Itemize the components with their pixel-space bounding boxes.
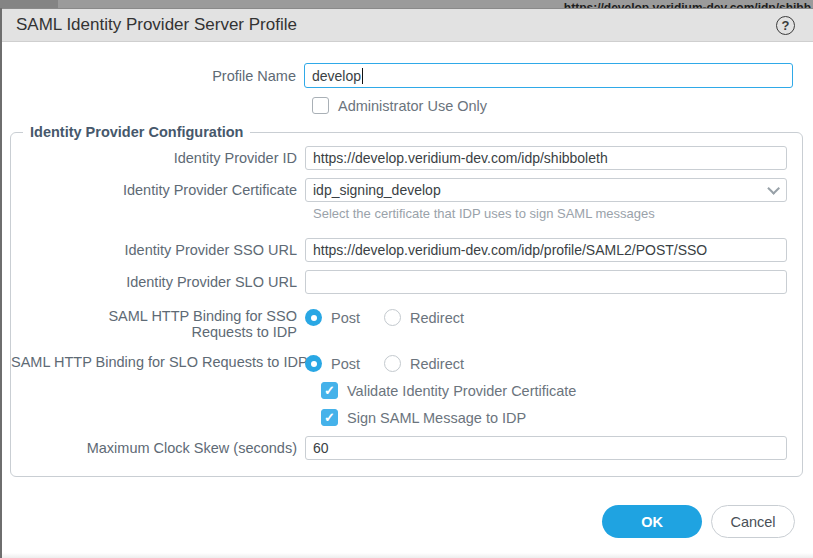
slo-binding-post-label: Post [331,356,360,372]
admin-only-label: Administrator Use Only [338,98,487,114]
idp-cert-hint-row: Select the certificate that IDP uses to … [11,206,802,221]
idp-id-label: Identity Provider ID [11,150,305,166]
sso-binding-label: SAML HTTP Binding for SSO Requests to ID… [11,308,305,340]
slo-binding-redirect-radio[interactable] [384,355,401,372]
idp-id-input[interactable] [305,146,787,170]
background-partial-url: https://develop.veridium-dev.com/idp/shi… [564,1,811,8]
idp-cert-selected-value: idp_signing_develop [313,182,767,198]
profile-name-label: Profile Name [2,68,304,84]
slo-binding-post-radio[interactable] [305,355,322,372]
sign-saml-checkbox[interactable]: ✓ [321,409,338,426]
background-page-strip: https://develop.veridium-dev.com/idp/shi… [0,0,813,8]
validate-cert-row: ✓ Validate Identity Provider Certificate [11,382,802,399]
clock-skew-label: Maximum Clock Skew (seconds) [11,440,305,456]
sso-url-input[interactable] [305,238,787,262]
idp-configuration-fieldset: Identity Provider Configuration Identity… [10,124,803,477]
text-caret [362,68,363,84]
admin-only-checkbox[interactable] [312,97,329,114]
sso-binding-post-label: Post [331,310,360,326]
slo-binding-row: SAML HTTP Binding for SLO Requests to ID… [11,354,802,372]
profile-name-value: develop [312,68,361,84]
sso-binding-redirect-radio[interactable] [384,309,401,326]
slo-binding-redirect-label: Redirect [410,356,464,372]
slo-binding-label: SAML HTTP Binding for SLO Requests to ID… [11,354,305,370]
validate-cert-checkbox[interactable]: ✓ [321,382,338,399]
profile-name-input[interactable]: develop [304,63,793,88]
slo-url-label: Identity Provider SLO URL [11,274,305,290]
background-block [0,0,58,8]
profile-name-row: Profile Name develop [2,63,813,88]
sign-saml-row: ✓ Sign SAML Message to IDP [11,409,802,426]
sso-url-row: Identity Provider SSO URL [11,238,802,262]
idp-cert-hint: Select the certificate that IDP uses to … [313,206,655,221]
idp-cert-select[interactable]: idp_signing_develop [305,178,787,202]
ok-button[interactable]: OK [602,505,702,538]
saml-idp-profile-dialog: SAML Identity Provider Server Profile ? … [0,8,813,558]
dialog-title: SAML Identity Provider Server Profile [16,15,776,35]
idp-cert-label: Identity Provider Certificate [11,182,305,198]
cancel-button[interactable]: Cancel [711,505,795,538]
sso-binding-redirect-label: Redirect [410,310,464,326]
clock-skew-row: Maximum Clock Skew (seconds) [11,436,802,460]
slo-url-row: Identity Provider SLO URL [11,270,802,294]
slo-url-input[interactable] [305,270,787,294]
validate-cert-label: Validate Identity Provider Certificate [347,383,576,399]
dialog-footer: OK Cancel [602,505,795,538]
check-icon: ✓ [324,384,335,397]
admin-only-row: Administrator Use Only [2,97,813,114]
clock-skew-input[interactable] [305,436,787,460]
bottom-fade [2,553,813,558]
check-icon: ✓ [324,411,335,424]
sso-url-label: Identity Provider SSO URL [11,242,305,258]
sign-saml-label: Sign SAML Message to IDP [347,410,526,426]
idp-id-row: Identity Provider ID [11,146,802,170]
chevron-down-icon [767,182,780,195]
idp-cert-row: Identity Provider Certificate idp_signin… [11,178,802,202]
sso-binding-row: SAML HTTP Binding for SSO Requests to ID… [11,308,802,340]
sso-binding-post-radio[interactable] [305,309,322,326]
dialog-titlebar: SAML Identity Provider Server Profile ? [2,8,813,42]
help-icon[interactable]: ? [776,16,795,35]
idp-configuration-legend: Identity Provider Configuration [23,124,250,140]
